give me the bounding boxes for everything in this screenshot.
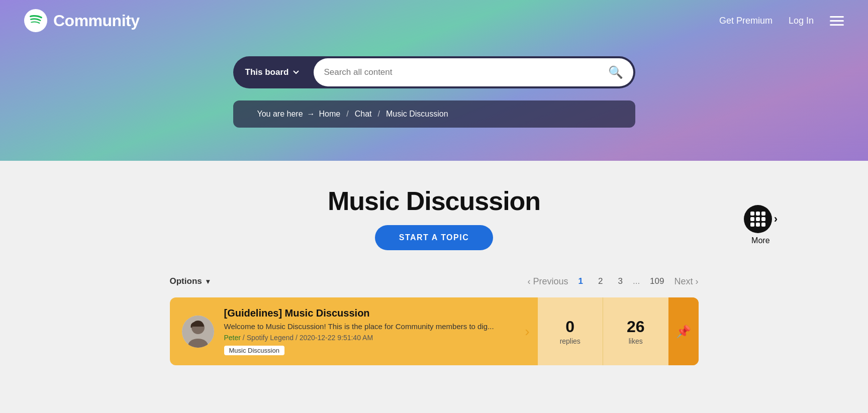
page-last[interactable]: 109	[645, 274, 669, 288]
options-chevron-icon: ▾	[206, 277, 210, 285]
breadcrumb-bar: You are here → Home / Chat / Music Discu…	[0, 100, 868, 128]
pagination: ‹ Previous 1 2 3 ... 109 Next ›	[528, 274, 699, 288]
search-input[interactable]	[324, 67, 608, 77]
site-name: Community	[53, 12, 140, 30]
more-area[interactable]: › More	[744, 205, 778, 245]
replies-label: replies	[560, 337, 581, 345]
search-button[interactable]: 🔍	[608, 65, 623, 79]
avatar-image	[182, 316, 214, 348]
page-3[interactable]: 3	[613, 274, 627, 288]
breadcrumb-sep-2: /	[377, 110, 379, 119]
search-scope-selector[interactable]: This board	[233, 67, 312, 77]
post-content: [Guidelines] Music Discussion Welcome to…	[224, 307, 505, 355]
controls-row: Options ▾ ‹ Previous 1 2 3 ... 109 Next …	[158, 274, 711, 288]
avatar	[182, 316, 214, 348]
nav-right: Get Premium Log In	[719, 16, 844, 26]
logo-area[interactable]: Community	[24, 9, 140, 32]
page-1[interactable]: 1	[573, 274, 588, 288]
post-meta: Peter / Spotify Legend / 2020-12-22 9:51…	[224, 334, 505, 342]
posts-section: [Guidelines] Music Discussion Welcome to…	[158, 297, 711, 365]
more-dots-grid	[750, 212, 765, 227]
post-arrow-icon: ›	[517, 297, 537, 365]
pin-block: 📌	[668, 297, 699, 365]
replies-count: 0	[565, 318, 574, 336]
breadcrumb-home[interactable]: Home	[319, 110, 341, 119]
post-stats: 0 replies 26 likes	[538, 297, 668, 365]
breadcrumb-prefix: You are here	[257, 110, 303, 119]
post-author[interactable]: Peter	[224, 334, 241, 342]
header-section: Community Get Premium Log In This board …	[0, 0, 868, 161]
post-card: [Guidelines] Music Discussion Welcome to…	[170, 297, 699, 365]
page-title-section: Music Discussion START A TOPIC	[328, 186, 540, 250]
likes-count: 26	[627, 318, 645, 336]
search-area: This board 🔍	[0, 56, 868, 88]
post-title[interactable]: [Guidelines] Music Discussion	[224, 307, 505, 319]
menu-icon[interactable]	[830, 16, 844, 26]
options-label: Options	[170, 276, 202, 286]
log-in-link[interactable]: Log In	[789, 16, 814, 26]
pin-icon: 📌	[676, 325, 691, 339]
search-scope-label: This board	[245, 67, 289, 77]
breadcrumb-chat[interactable]: Chat	[355, 110, 372, 119]
breadcrumb-current: Music Discussion	[386, 110, 448, 119]
post-main: [Guidelines] Music Discussion Welcome to…	[170, 297, 517, 365]
replies-stat: 0 replies	[538, 297, 604, 365]
post-excerpt: Welcome to Music Discussion! This is the…	[224, 322, 505, 331]
main-content: Music Discussion START A TOPIC › More	[0, 161, 868, 385]
svg-point-0	[24, 9, 47, 32]
spotify-logo-icon	[24, 9, 47, 32]
nav-bar: Community Get Premium Log In	[0, 0, 868, 41]
page-title: Music Discussion	[328, 186, 540, 216]
get-premium-link[interactable]: Get Premium	[719, 16, 773, 26]
title-row: Music Discussion START A TOPIC › More	[0, 186, 868, 264]
search-container: This board 🔍	[233, 56, 635, 88]
likes-stat: 26 likes	[603, 297, 668, 365]
next-page-button[interactable]: Next ›	[674, 276, 698, 287]
page-2[interactable]: 2	[593, 274, 608, 288]
post-tag[interactable]: Music Discussion	[224, 346, 284, 355]
breadcrumb-arrow-icon: →	[307, 110, 315, 119]
more-label: More	[751, 236, 769, 245]
options-button[interactable]: Options ▾	[170, 276, 210, 286]
start-topic-button[interactable]: START A TOPIC	[375, 225, 494, 250]
likes-label: likes	[629, 337, 643, 345]
chevron-down-icon	[293, 69, 300, 76]
post-meta-separator: / Spotify Legend / 2020-12-22 9:51:40 AM	[243, 334, 373, 342]
search-input-wrap: 🔍	[314, 58, 633, 86]
breadcrumb-sep-1: /	[346, 110, 348, 119]
breadcrumb: You are here → Home / Chat / Music Discu…	[233, 100, 635, 128]
pagination-dots: ...	[633, 276, 640, 286]
previous-page-button[interactable]: ‹ Previous	[528, 276, 568, 287]
more-icon[interactable]	[744, 205, 772, 233]
